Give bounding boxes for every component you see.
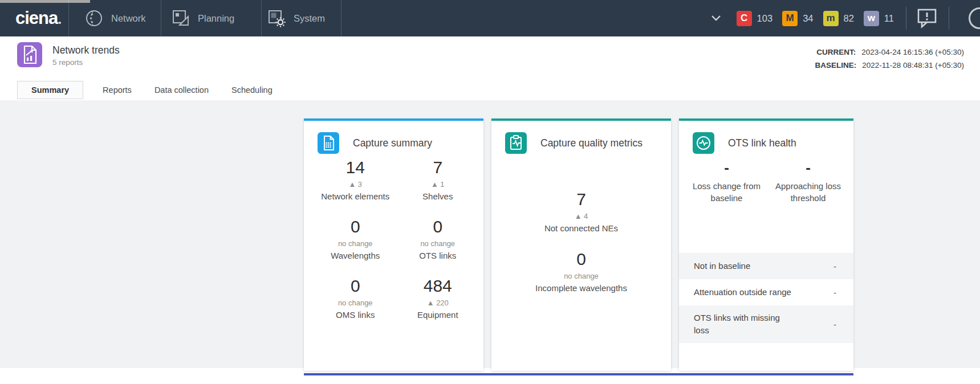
stat-value: 0 [397, 216, 479, 237]
stat-value: 0 [314, 216, 397, 237]
row-value: - [833, 288, 836, 297]
top-edge-strip [0, 0, 90, 3]
globe-icon [84, 9, 104, 28]
critical-alarm-count: 103 [757, 13, 773, 24]
topbar-divider [906, 7, 906, 30]
current-value: 2023-04-24 16:15:36 (+05:30) [861, 46, 964, 59]
stat-value: 14 [314, 157, 397, 178]
stat-label: Approaching loss threshold [767, 180, 849, 204]
capture-summary-icon [318, 132, 339, 154]
stat-value: 0 [491, 249, 671, 269]
stat-value: 7 [491, 189, 671, 210]
card-title: Capture summary [353, 137, 432, 149]
tab-data-collection[interactable]: Data collection [143, 81, 220, 99]
row-attenuation-outside-range: Attenuation outside range - [679, 279, 853, 305]
capture-summary-stats: 14 ▲ 3 Network elements 7 ▲ 1 Shelves 0 … [314, 157, 479, 321]
stat-change: ▲ 4 [491, 211, 671, 222]
current-timestamp: CURRENT: 2023-04-24 16:15:36 (+05:30) [815, 46, 964, 59]
topbar-divider [949, 7, 949, 30]
screen: ciena Network [0, 0, 980, 384]
stat-loss-change: - Loss change from baseline [686, 157, 767, 204]
row-value: - [833, 320, 836, 329]
ciena-logo-text: ciena [15, 8, 58, 28]
nav-item-system[interactable]: System [267, 0, 325, 36]
card-ots-link-health: OTS link health - Loss change from basel… [679, 119, 853, 371]
stat-shelves: 7 ▲ 1 Shelves [397, 157, 479, 202]
minor-alarm-count: 82 [844, 13, 854, 24]
link-health-icon [693, 132, 714, 154]
stat-change: ▲ 220 [397, 297, 479, 309]
stat-label: Shelves [397, 190, 479, 202]
stat-change: no change [314, 238, 397, 250]
stat-change: no change [397, 238, 479, 250]
quality-metrics-icon [505, 132, 527, 154]
system-gear-icon [267, 9, 286, 28]
quality-metrics-stats: 7 ▲ 4 Not connected NEs 0 no change Inco… [491, 189, 671, 294]
stat-change: no change [491, 271, 671, 282]
stat-incomplete-wavelengths: 0 no change Incomplete wavelengths [491, 249, 671, 294]
stat-value: 0 [314, 276, 397, 296]
major-alarm-badge[interactable]: M [782, 11, 798, 26]
warning-alarm-count: 11 [884, 13, 894, 24]
stat-change: ▲ 1 [397, 179, 479, 190]
stat-not-connected-nes: 7 ▲ 4 Not connected NEs [491, 189, 671, 234]
stat-label: Not connected NEs [491, 222, 671, 234]
row-label: Not in baseline [694, 260, 750, 272]
stat-approaching-threshold: - Approaching loss threshold [767, 157, 849, 204]
bottom-accent-line [304, 373, 853, 375]
stat-value: - [686, 157, 767, 178]
row-label: Attenuation outside range [694, 286, 791, 299]
card-title: Capture quality metrics [540, 137, 643, 149]
stat-label: Loss change from baseline [686, 180, 767, 204]
row-ots-links-missing-loss: OTS links with missing loss - [679, 305, 853, 343]
user-avatar-icon[interactable] [969, 7, 980, 29]
ciena-logo: ciena [15, 8, 61, 28]
stat-oms-links: 0 no change OMS links [314, 276, 397, 321]
baseline-value: 2022-11-28 08:48:31 (+05:30) [862, 59, 964, 72]
chevron-down-icon[interactable] [710, 15, 722, 22]
link-health-stats: - Loss change from baseline - Approachin… [686, 157, 849, 204]
stat-value: 484 [397, 276, 479, 296]
logo-dot [59, 22, 61, 24]
tab-scheduling[interactable]: Scheduling [220, 81, 284, 99]
baseline-label: BASELINE: [815, 59, 856, 72]
stat-value: 7 [397, 157, 479, 178]
page-header: Network trends 5 reports CURRENT: 2023-0… [0, 36, 980, 80]
top-nav-bar: ciena Network [0, 0, 980, 36]
network-trends-app-icon [17, 42, 42, 67]
card-capture-quality-metrics: Capture quality metrics 7 ▲ 4 Not connec… [491, 119, 671, 371]
planning-icon [171, 9, 190, 28]
stat-ots-links: 0 no change OTS links [397, 216, 479, 262]
stat-label: Incomplete wavelengths [491, 282, 671, 294]
link-health-rows: Not in baseline - Attenuation outside ra… [679, 253, 853, 343]
critical-alarm-badge[interactable]: C [737, 11, 752, 26]
card-capture-summary: Capture summary 14 ▲ 3 Network elements … [304, 119, 483, 371]
minor-alarm-badge[interactable]: m [823, 11, 839, 26]
topbar-divider [161, 0, 161, 36]
row-label: OTS links with missing loss [694, 312, 795, 337]
stat-value: - [767, 157, 849, 178]
tab-summary[interactable]: Summary [17, 81, 83, 99]
tab-bar: Summary Reports Data collection Scheduli… [17, 80, 284, 100]
timestamps: CURRENT: 2023-04-24 16:15:36 (+05:30) BA… [815, 46, 964, 72]
report-count: 5 reports [52, 58, 83, 67]
nav-item-planning[interactable]: Planning [171, 0, 234, 36]
stat-network-elements: 14 ▲ 3 Network elements [314, 157, 397, 202]
topbar-divider [68, 0, 69, 36]
tab-reports[interactable]: Reports [91, 81, 143, 99]
current-label: CURRENT: [816, 46, 856, 59]
notifications-icon[interactable] [917, 8, 938, 28]
row-not-in-baseline: Not in baseline - [679, 253, 853, 279]
topbar-divider [341, 0, 341, 36]
major-alarm-count: 34 [803, 13, 813, 24]
nav-label-system: System [294, 13, 325, 24]
page-title: Network trends [52, 44, 120, 56]
stat-label: Equipment [397, 309, 479, 321]
nav-item-network[interactable]: Network [84, 0, 146, 36]
stat-label: Network elements [314, 190, 397, 202]
warning-alarm-badge[interactable]: w [864, 11, 879, 26]
stat-equipment: 484 ▲ 220 Equipment [397, 276, 479, 321]
topbar-divider [261, 0, 262, 36]
baseline-timestamp: BASELINE: 2022-11-28 08:48:31 (+05:30) [815, 59, 964, 72]
stat-change: no change [314, 297, 397, 309]
